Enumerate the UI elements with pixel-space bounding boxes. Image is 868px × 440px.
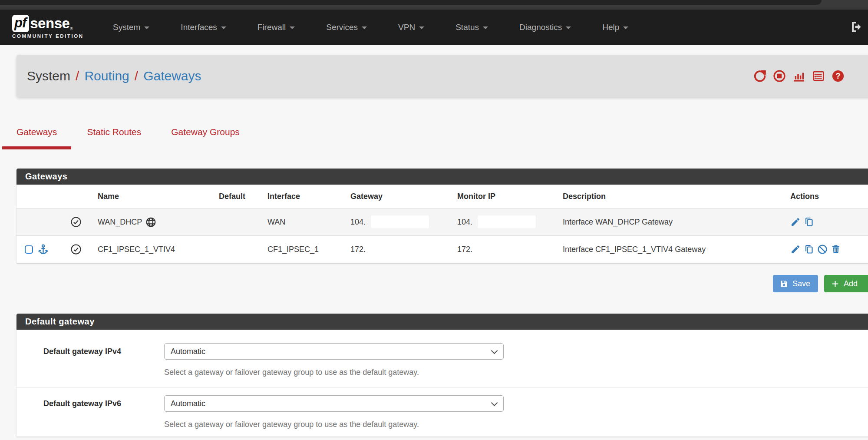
refresh-icon[interactable]: [753, 69, 766, 83]
stop-icon[interactable]: [773, 69, 786, 83]
default-gateway-panel-title: Default gateway: [17, 314, 868, 330]
copy-icon[interactable]: [804, 217, 814, 227]
chevron-down-icon: [623, 26, 628, 29]
chevron-down-icon: [483, 26, 488, 29]
check-circle-icon: [70, 216, 82, 228]
breadcrumb-link-gateways[interactable]: Gateways: [143, 69, 201, 83]
gateway-description: Interface CF1_IPSEC_1_VTIV4 Gateway: [563, 236, 706, 263]
gateway-name-cell: WAN_DHCP: [98, 208, 156, 235]
column-monitor-ip: Monitor IP: [457, 185, 495, 208]
edit-icon[interactable]: [790, 217, 801, 227]
chevron-down-icon: [566, 26, 571, 29]
breadcrumb-separator: /: [76, 69, 79, 83]
top-navbar: pf sense ® COMMUNITY EDITION System Inte…: [0, 10, 868, 45]
chevron-down-icon: [290, 26, 295, 29]
check-circle-icon: [70, 244, 82, 255]
gateways-panel-title: Gateways: [17, 169, 868, 185]
monitor-ip-text: 172.: [457, 245, 472, 254]
logo-pf: pf: [12, 15, 29, 32]
default-gateway-ipv6-select-wrap: Automatic: [164, 395, 504, 412]
default-gateway-ipv4-label: Default gateway IPv4: [43, 347, 121, 356]
row-actions: [790, 208, 814, 235]
nav-item-vpn[interactable]: VPN: [398, 23, 424, 32]
edit-icon[interactable]: [790, 244, 801, 255]
breadcrumb-link-routing[interactable]: Routing: [84, 69, 129, 83]
nav-item-diagnostics[interactable]: Diagnostics: [519, 23, 571, 32]
chevron-down-icon: [419, 26, 424, 29]
gateway-interface: WAN: [267, 208, 285, 235]
log-icon[interactable]: [812, 69, 825, 83]
gateway-name-cell: CF1_IPSEC_1_VTIV4: [98, 236, 175, 263]
default-gateway-ipv6-select[interactable]: Automatic: [164, 395, 504, 412]
nav-label: Interfaces: [181, 23, 217, 32]
sign-out-icon[interactable]: [850, 20, 864, 34]
nav-label: Firewall: [257, 23, 286, 32]
tab-bar: Gateways Static Routes Gateway Groups: [17, 123, 270, 149]
nav-item-status[interactable]: Status: [455, 23, 488, 32]
anchor-icon[interactable]: [37, 244, 49, 255]
nav-label: VPN: [398, 23, 415, 32]
chevron-down-icon: [221, 26, 226, 29]
table-row: WAN_DHCP WAN 104. 104. Interface WAN_DHC…: [17, 208, 868, 236]
column-default: Default: [219, 185, 245, 208]
save-icon: [780, 280, 788, 288]
form-row-ipv6: Default gateway IPv6 Automatic Select a …: [17, 388, 868, 436]
nav-item-firewall[interactable]: Firewall: [257, 23, 295, 32]
disable-icon[interactable]: [817, 244, 828, 255]
chevron-down-icon: [362, 26, 367, 29]
nav-label: Diagnostics: [519, 23, 562, 32]
form-row-ipv4: Default gateway IPv4 Automatic Select a …: [17, 330, 868, 388]
logo-edition: COMMUNITY EDITION: [12, 33, 84, 39]
gateway-interface: CF1_IPSEC_1: [267, 236, 319, 263]
default-gateway-ipv6-help: Select a gateway or failover gateway gro…: [164, 420, 419, 429]
table-row: CF1_IPSEC_1_VTIV4 CF1_IPSEC_1 172. 172. …: [17, 236, 868, 263]
nav-menu: System Interfaces Firewall Services VPN …: [113, 10, 628, 45]
default-gateway-ipv4-help: Select a gateway or failover gateway gro…: [164, 368, 419, 377]
copy-icon[interactable]: [804, 244, 814, 255]
default-gateway-ipv4-select[interactable]: Automatic: [164, 343, 504, 360]
window-chrome: [0, 0, 868, 10]
gateway-description: Interface WAN_DHCP Gateway: [563, 208, 673, 235]
pfsense-logo[interactable]: pf sense ® COMMUNITY EDITION: [12, 15, 84, 39]
gateway-name: CF1_IPSEC_1_VTIV4: [98, 245, 175, 254]
gateway-status-cell: [70, 208, 82, 235]
redacted-ip: [478, 215, 536, 228]
svg-text:?: ?: [836, 72, 841, 80]
default-gateway-ipv6-label: Default gateway IPv6: [43, 399, 121, 408]
tab-gateways[interactable]: Gateways: [17, 123, 57, 149]
add-button-label: Add: [844, 279, 858, 288]
help-icon[interactable]: ?: [832, 69, 845, 83]
monitor-ip: 104.: [457, 208, 536, 235]
gateway-address: 172.: [350, 236, 366, 263]
gateway-address: 104.: [350, 208, 429, 235]
breadcrumb-section: System: [27, 69, 70, 83]
logo-sense: sense: [30, 15, 69, 32]
plus-icon: [831, 280, 839, 288]
bar-chart-icon[interactable]: [792, 69, 805, 83]
tab-static-routes[interactable]: Static Routes: [87, 123, 141, 149]
breadcrumb: System / Routing / Gateways: [27, 55, 201, 97]
column-actions: Actions: [790, 185, 819, 208]
delete-icon[interactable]: [831, 244, 841, 255]
window-chrome-dark: [0, 0, 822, 5]
row-actions: [790, 236, 841, 263]
gateway-status-cell: [70, 236, 82, 263]
nav-item-help[interactable]: Help: [602, 23, 628, 32]
nav-item-interfaces[interactable]: Interfaces: [181, 23, 226, 32]
column-description: Description: [563, 185, 606, 208]
default-gateway-panel: Default gateway Default gateway IPv4 Aut…: [17, 314, 868, 437]
nav-item-system[interactable]: System: [113, 23, 149, 32]
nav-item-services[interactable]: Services: [326, 23, 367, 32]
save-button[interactable]: Save: [773, 275, 818, 292]
row-checkbox[interactable]: [25, 245, 33, 254]
add-button[interactable]: Add: [824, 275, 868, 292]
table-header-row: Name Default Interface Gateway Monitor I…: [17, 185, 868, 208]
chevron-down-icon: [144, 26, 149, 29]
nav-label: Services: [326, 23, 358, 32]
save-button-label: Save: [792, 279, 810, 288]
gateways-panel: Gateways Name Default Interface Gateway …: [17, 169, 868, 263]
nav-label: Help: [602, 23, 619, 32]
nav-label: Status: [455, 23, 479, 32]
tab-gateway-groups[interactable]: Gateway Groups: [171, 123, 240, 149]
default-gateway-ipv4-select-wrap: Automatic: [164, 343, 504, 360]
